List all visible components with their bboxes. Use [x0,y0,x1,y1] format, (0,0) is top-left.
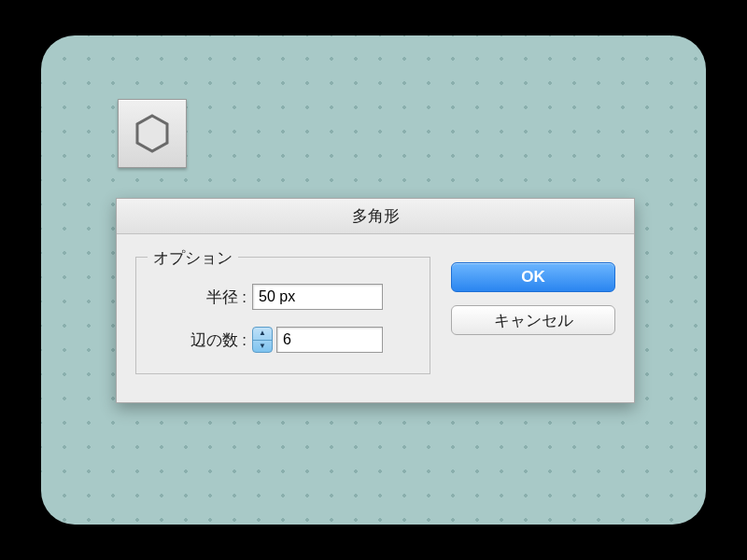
sides-row: 辺の数 : ▲ ▼ [149,327,411,353]
sides-stepper[interactable]: ▲ ▼ [252,327,273,353]
options-fieldset: オプション 半径 : 辺の数 : ▲ ▼ [135,257,430,374]
sides-input[interactable] [276,327,383,353]
options-legend: オプション [148,247,238,269]
canvas-area: 多角形 オプション 半径 : 辺の数 : ▲ ▼ [41,35,706,525]
dialog-buttons: OK キャンセル [451,257,615,335]
dialog-title: 多角形 [352,205,400,227]
polygon-icon [132,113,173,154]
polygon-dialog: 多角形 オプション 半径 : 辺の数 : ▲ ▼ [116,198,635,403]
svg-marker-0 [137,116,167,151]
ok-button[interactable]: OK [451,262,615,292]
dialog-body: オプション 半径 : 辺の数 : ▲ ▼ [117,234,634,402]
radius-input[interactable] [252,284,383,310]
polygon-tool-button[interactable] [118,99,187,168]
radius-row: 半径 : [149,284,411,310]
sides-stepper-wrap: ▲ ▼ [252,327,383,353]
dialog-titlebar[interactable]: 多角形 [117,199,634,234]
cancel-button[interactable]: キャンセル [451,305,615,335]
radius-label: 半径 : [149,287,252,308]
sides-label: 辺の数 : [149,329,252,351]
stepper-up-icon[interactable]: ▲ [253,328,272,341]
stepper-down-icon[interactable]: ▼ [253,341,272,353]
